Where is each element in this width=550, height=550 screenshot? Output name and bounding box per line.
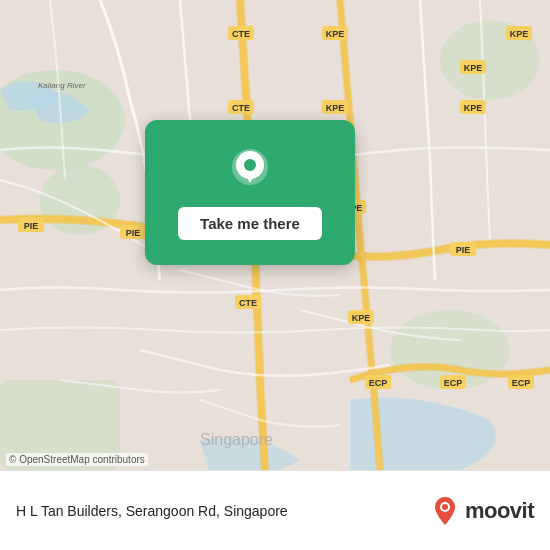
svg-text:CTE: CTE xyxy=(232,103,250,113)
app-container: Kaliang River xyxy=(0,0,550,550)
svg-point-45 xyxy=(442,504,448,510)
location-name: H L Tan Builders, Serangoon Rd, Singapor… xyxy=(16,503,288,519)
map-copyright: © OpenStreetMap contributors xyxy=(6,453,148,466)
svg-text:CTE: CTE xyxy=(239,298,257,308)
map-card: Take me there xyxy=(145,120,355,265)
map-area: Kaliang River xyxy=(0,0,550,470)
svg-text:ECP: ECP xyxy=(512,378,531,388)
svg-text:KPE: KPE xyxy=(464,63,483,73)
svg-text:CTE: CTE xyxy=(232,29,250,39)
moovit-brand-text: moovit xyxy=(465,498,534,524)
bottom-bar: H L Tan Builders, Serangoon Rd, Singapor… xyxy=(0,470,550,550)
svg-text:KPE: KPE xyxy=(510,29,529,39)
location-pin-icon xyxy=(224,145,276,197)
svg-text:Kaliang River: Kaliang River xyxy=(38,81,86,90)
svg-text:KPE: KPE xyxy=(326,29,345,39)
svg-text:KPE: KPE xyxy=(326,103,345,113)
moovit-logo: moovit xyxy=(429,495,534,527)
svg-text:PIE: PIE xyxy=(24,221,39,231)
svg-text:ECP: ECP xyxy=(369,378,388,388)
svg-text:PIE: PIE xyxy=(456,245,471,255)
take-me-there-button[interactable]: Take me there xyxy=(178,207,322,240)
svg-text:KPE: KPE xyxy=(352,313,371,323)
svg-text:PIE: PIE xyxy=(126,228,141,238)
moovit-icon xyxy=(429,495,461,527)
location-info: H L Tan Builders, Serangoon Rd, Singapor… xyxy=(16,502,429,520)
svg-text:ECP: ECP xyxy=(444,378,463,388)
svg-text:Singapore: Singapore xyxy=(200,431,273,448)
svg-point-43 xyxy=(244,159,256,171)
svg-text:KPE: KPE xyxy=(464,103,483,113)
